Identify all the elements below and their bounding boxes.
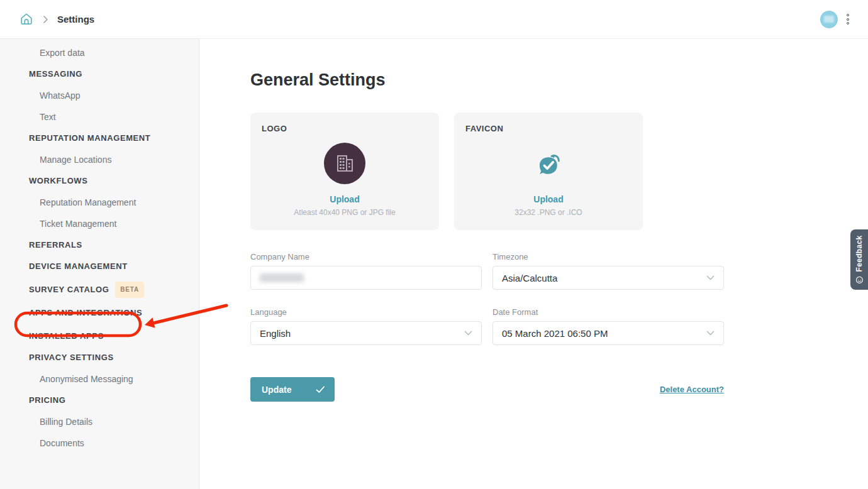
- favicon-card-label: FAVICON: [465, 124, 632, 133]
- date-format-label: Date Format: [492, 307, 724, 317]
- breadcrumb: Settings: [19, 12, 94, 27]
- feedback-tab[interactable]: Feedback: [850, 229, 868, 290]
- building-icon: [333, 151, 357, 175]
- sidebar-item-survey-catalog[interactable]: SURVEY CATALOGBETA: [29, 282, 199, 298]
- sidebar-item-referrals[interactable]: REFERRALS: [29, 239, 199, 251]
- favicon-upload-hint: 32x32 .PNG or .ICO: [465, 208, 632, 217]
- breadcrumb-current: Settings: [57, 14, 94, 25]
- chevron-down-icon: [706, 275, 715, 280]
- sidebar-item-manage-locations[interactable]: Manage Locations: [29, 153, 199, 166]
- check-icon: [316, 386, 325, 393]
- sidebar-item-reputation-management-workflow[interactable]: Reputation Management: [29, 196, 199, 209]
- logo-preview[interactable]: [324, 143, 365, 184]
- sidebar-item-documents[interactable]: Documents: [29, 437, 199, 449]
- sidebar-item-device-management[interactable]: DEVICE MANAGEMENT: [29, 260, 199, 273]
- logo-upload-button[interactable]: Upload: [262, 194, 428, 204]
- sidebar-item-apps-and-integrations[interactable]: APPS AND INTEGRATIONS: [29, 307, 199, 319]
- favicon-upload-button[interactable]: Upload: [465, 194, 632, 204]
- company-name-redacted-value: [260, 273, 304, 282]
- page-title: General Settings: [250, 69, 724, 91]
- main-content: General Settings LOGO: [199, 39, 868, 489]
- date-format-select[interactable]: 05 March 2021 06:50 PM: [492, 321, 724, 345]
- timezone-value: Asia/Calcutta: [502, 273, 557, 283]
- home-icon[interactable]: [19, 12, 34, 27]
- chevron-down-icon: [706, 331, 715, 336]
- logo-upload-hint: Atleast 40x40 PNG or JPG file: [262, 208, 428, 217]
- sidebar-item-survey-catalog-label: SURVEY CATALOG: [29, 285, 109, 294]
- favicon-upload-card: FAVICON Upload 32x32 .PNG or .ICO: [454, 113, 643, 230]
- language-value: English: [260, 328, 291, 339]
- avatar[interactable]: [820, 11, 838, 28]
- avatar-logo-blurred: [824, 16, 834, 23]
- timezone-field-group: Timezone Asia/Calcutta: [492, 252, 724, 290]
- sidebar-item-anonymised-messaging[interactable]: Anonymised Messaging: [29, 373, 199, 385]
- company-name-field-group: Company Name: [250, 252, 482, 290]
- smiley-icon: [855, 276, 863, 283]
- sidebar-item-installed-apps[interactable]: INSTALLED APPS: [29, 330, 199, 343]
- company-name-input[interactable]: [250, 266, 482, 290]
- chevron-down-icon: [464, 331, 472, 336]
- sidebar-item-workflows[interactable]: WORKFLOWS: [29, 175, 199, 187]
- general-settings-form: Company Name Timezone Asia/Calcutta: [250, 252, 724, 345]
- date-format-field-group: Date Format 05 March 2021 06:50 PM: [492, 307, 724, 345]
- sidebar-item-export-data[interactable]: Export data: [29, 47, 199, 59]
- update-button-label: Update: [262, 385, 291, 395]
- sidebar-item-billing-details[interactable]: Billing Details: [29, 415, 199, 428]
- sidebar-item-ticket-management[interactable]: Ticket Management: [29, 217, 199, 230]
- sidebar-item-whatsapp[interactable]: WhatsApp: [29, 89, 199, 102]
- update-button[interactable]: Update: [250, 377, 335, 402]
- bird-logo-icon[interactable]: [534, 151, 563, 179]
- timezone-select[interactable]: Asia/Calcutta: [492, 266, 724, 290]
- date-format-value: 05 March 2021 06:50 PM: [502, 328, 608, 339]
- chevron-right-icon: [43, 15, 48, 24]
- company-name-label: Company Name: [250, 252, 482, 261]
- kebab-menu-icon[interactable]: [845, 12, 850, 27]
- feedback-tab-label: Feedback: [855, 236, 864, 272]
- beta-badge: BETA: [115, 282, 144, 298]
- settings-sidebar: Export data MESSAGING WhatsApp Text REPU…: [0, 39, 199, 489]
- sidebar-item-privacy-settings[interactable]: PRIVACY SETTINGS: [29, 351, 199, 364]
- language-label: Language: [250, 307, 482, 317]
- sidebar-item-messaging[interactable]: MESSAGING: [29, 68, 199, 80]
- top-bar: Settings: [0, 0, 868, 39]
- sidebar-item-reputation-management[interactable]: REPUTATION MANAGEMENT: [29, 132, 199, 145]
- sidebar-item-text[interactable]: Text: [29, 111, 199, 123]
- logo-upload-card: LOGO: [250, 113, 439, 230]
- sidebar-item-pricing[interactable]: PRICING: [29, 394, 199, 407]
- language-field-group: Language English: [250, 307, 482, 345]
- language-select[interactable]: English: [250, 321, 482, 345]
- delete-account-link[interactable]: Delete Account?: [660, 385, 724, 394]
- logo-card-label: LOGO: [262, 124, 428, 133]
- timezone-label: Timezone: [492, 252, 724, 261]
